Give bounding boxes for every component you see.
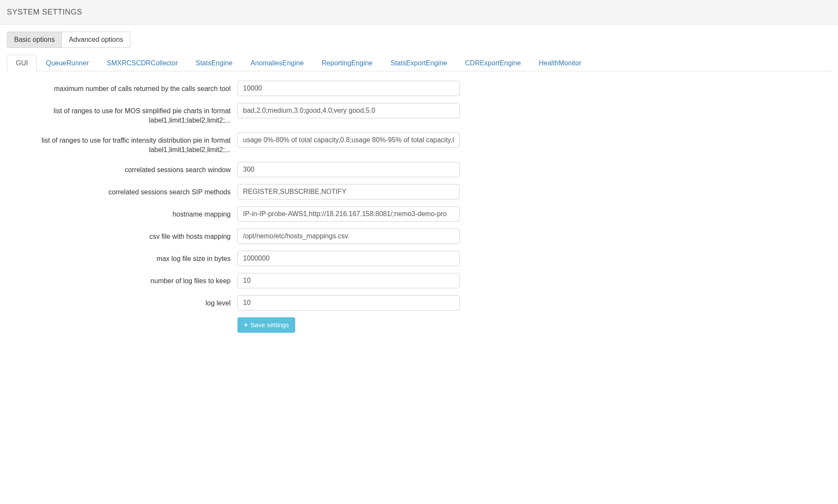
label-csv-hosts-mapping: csv file with hosts mapping bbox=[7, 229, 237, 241]
row-correlated-methods: correlated sessions search SIP methods bbox=[7, 184, 477, 199]
header-bar: SYSTEM SETTINGS bbox=[0, 0, 838, 25]
subtab-statsexportengine[interactable]: StatsExportEngine bbox=[381, 55, 456, 71]
subtab-smxrcscdrcollector[interactable]: SMXRCSCDRCollector bbox=[98, 55, 187, 71]
label-correlated-window: correlated sessions search window bbox=[7, 162, 237, 175]
label-traffic-ranges: list of ranges to use for traffic intens… bbox=[7, 132, 237, 155]
button-row: + Save settings bbox=[7, 317, 477, 333]
tab-advanced-options[interactable]: Advanced options bbox=[62, 32, 130, 48]
subtab-statsengine[interactable]: StatsEngine bbox=[187, 55, 241, 71]
row-traffic-ranges: list of ranges to use for traffic intens… bbox=[7, 132, 477, 155]
input-num-log-files[interactable] bbox=[237, 273, 460, 288]
subtab-healthmonitor[interactable]: HealthMonitor bbox=[530, 55, 591, 71]
subtab-gui[interactable]: GUI bbox=[7, 55, 37, 71]
option-tabs: Basic options Advanced options bbox=[7, 32, 831, 48]
label-hostname-mapping: hostname mapping bbox=[7, 206, 237, 219]
input-max-calls[interactable] bbox=[237, 81, 460, 96]
subtab-reportingengine[interactable]: ReportingEngine bbox=[313, 55, 381, 71]
button-spacer bbox=[7, 317, 237, 333]
content-area: Basic options Advanced options GUI Queue… bbox=[0, 25, 838, 340]
row-mos-ranges: list of ranges to use for MOS simplified… bbox=[7, 103, 477, 126]
save-settings-button[interactable]: + Save settings bbox=[237, 317, 295, 333]
input-traffic-ranges[interactable] bbox=[237, 132, 460, 148]
page-title: SYSTEM SETTINGS bbox=[7, 8, 831, 17]
label-max-log-size: max log file size in bytes bbox=[7, 251, 237, 264]
row-num-log-files: number of log files to keep bbox=[7, 273, 477, 288]
row-hostname-mapping: hostname mapping bbox=[7, 206, 477, 222]
input-mos-ranges[interactable] bbox=[237, 103, 460, 118]
input-log-level[interactable] bbox=[237, 295, 460, 311]
row-csv-hosts-mapping: csv file with hosts mapping bbox=[7, 229, 477, 244]
input-csv-hosts-mapping[interactable] bbox=[237, 229, 460, 244]
label-max-calls: maximum number of calls returned by the … bbox=[7, 81, 237, 94]
input-hostname-mapping[interactable] bbox=[237, 206, 460, 222]
label-num-log-files: number of log files to keep bbox=[7, 273, 237, 286]
row-max-log-size: max log file size in bytes bbox=[7, 251, 477, 266]
row-correlated-window: correlated sessions search window bbox=[7, 162, 477, 177]
subtab-anomaliesengine[interactable]: AnomaliesEngine bbox=[242, 55, 313, 71]
plus-icon: + bbox=[244, 321, 248, 329]
label-log-level: log level bbox=[7, 295, 237, 308]
form-area: maximum number of calls returned by the … bbox=[7, 81, 477, 333]
input-correlated-window[interactable] bbox=[237, 162, 460, 177]
row-max-calls: maximum number of calls returned by the … bbox=[7, 81, 477, 96]
input-correlated-methods[interactable] bbox=[237, 184, 460, 199]
tab-basic-options[interactable]: Basic options bbox=[7, 32, 62, 48]
sub-tabs: GUI QueueRunner SMXRCSCDRCollector Stats… bbox=[7, 55, 831, 71]
input-max-log-size[interactable] bbox=[237, 251, 460, 266]
subtab-cdrexportengine[interactable]: CDRExportEngine bbox=[456, 55, 530, 71]
label-correlated-methods: correlated sessions search SIP methods bbox=[7, 184, 237, 197]
subtab-queuerunner[interactable]: QueueRunner bbox=[37, 55, 98, 71]
label-mos-ranges: list of ranges to use for MOS simplified… bbox=[7, 103, 237, 126]
row-log-level: log level bbox=[7, 295, 477, 311]
save-button-label: Save settings bbox=[250, 321, 289, 328]
